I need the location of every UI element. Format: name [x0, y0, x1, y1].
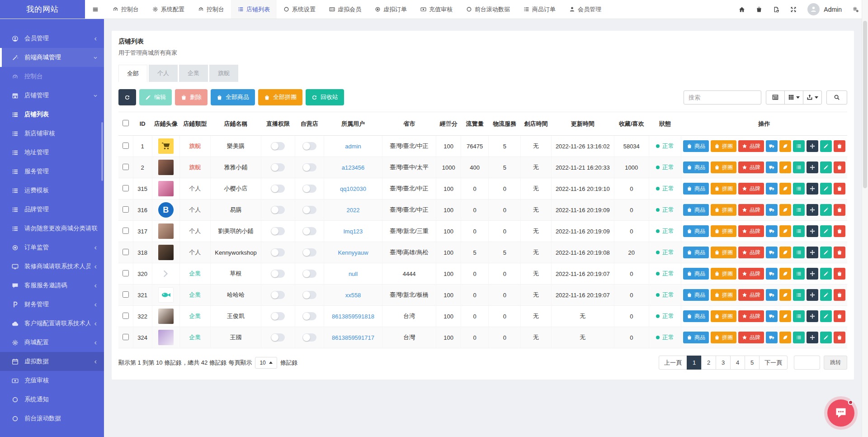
detail-list-action-button[interactable]	[793, 289, 805, 301]
groupbuy-action-button[interactable]: 拼團	[711, 183, 736, 195]
owner-link[interactable]: a123456	[342, 164, 365, 171]
nav-tab-7[interactable]: 虚拟订单	[368, 0, 414, 19]
row-checkbox[interactable]	[123, 249, 129, 255]
export-button[interactable]	[803, 90, 822, 104]
move-action-button[interactable]	[807, 225, 818, 237]
row-checkbox[interactable]	[123, 313, 129, 319]
owner-link[interactable]: qq102030	[340, 185, 366, 192]
live-permission-toggle[interactable]	[271, 270, 285, 278]
move-action-button[interactable]	[807, 140, 818, 152]
sidebar-item-14[interactable]: 客服服务邀請碼	[0, 276, 104, 295]
self-shop-toggle[interactable]	[302, 227, 316, 235]
select-all-checkbox[interactable]	[123, 120, 129, 126]
sidebar-item-8[interactable]: 服务管理	[0, 162, 104, 181]
edit-action-button[interactable]	[820, 332, 832, 343]
leaf-action-button[interactable]	[779, 140, 791, 152]
recycle-bin-button[interactable]: 回收站	[306, 89, 344, 105]
delete-action-button[interactable]	[834, 247, 845, 258]
row-checkbox[interactable]	[123, 142, 129, 149]
brand-action-button[interactable]: 品牌	[738, 225, 764, 237]
live-permission-toggle[interactable]	[271, 312, 285, 320]
brand-action-button[interactable]: 品牌	[738, 289, 764, 301]
filter-tab-个人[interactable]: 个人	[149, 65, 178, 82]
detail-view-button[interactable]	[766, 90, 785, 104]
shop-avatar[interactable]	[158, 223, 174, 239]
edit-action-button[interactable]	[820, 289, 832, 301]
edit-action-button[interactable]	[820, 268, 832, 280]
leaf-action-button[interactable]	[779, 310, 791, 322]
sidebar-item-15[interactable]: 财务管理	[0, 295, 104, 314]
shop-avatar[interactable]	[158, 309, 174, 324]
nav-tab-3[interactable]: 控制台	[191, 0, 231, 19]
goods-action-button[interactable]: 商品	[683, 310, 709, 322]
self-shop-toggle[interactable]	[302, 142, 316, 150]
live-permission-toggle[interactable]	[271, 248, 285, 256]
brand-logo[interactable]: 我的网站	[0, 0, 85, 19]
logistics-action-button[interactable]	[766, 225, 778, 237]
owner-link[interactable]: Kennyyauw	[338, 249, 368, 256]
delete-button[interactable]: 删除	[175, 89, 208, 105]
leaf-action-button[interactable]	[779, 183, 791, 195]
edit-button[interactable]: 编辑	[139, 89, 172, 105]
nav-tab-9[interactable]: 前台滚动数据	[459, 0, 517, 19]
goods-action-button[interactable]: 商品	[683, 289, 709, 301]
edit-action-button[interactable]	[820, 247, 832, 258]
sidebar-item-6[interactable]: 新店铺审核	[0, 124, 104, 143]
page-button-5[interactable]: 5	[745, 356, 760, 370]
logistics-action-button[interactable]	[766, 310, 778, 322]
owner-link[interactable]: xx558	[345, 292, 361, 299]
shop-avatar[interactable]	[158, 266, 174, 281]
brand-action-button[interactable]: 品牌	[738, 268, 764, 280]
scrollbar-thumb[interactable]	[863, 21, 867, 188]
page-button-3[interactable]: 3	[716, 356, 731, 370]
move-action-button[interactable]	[807, 247, 818, 258]
page-scrollbar[interactable]	[862, 0, 868, 437]
sidebar-toggle-button[interactable]	[85, 0, 106, 19]
self-shop-toggle[interactable]	[302, 333, 316, 342]
delete-action-button[interactable]	[834, 268, 845, 280]
groupbuy-action-button[interactable]: 拼團	[711, 310, 736, 322]
jump-page-input[interactable]	[794, 356, 820, 370]
all-goods-button[interactable]: 全部商品	[211, 89, 255, 105]
live-permission-toggle[interactable]	[271, 291, 285, 299]
owner-link[interactable]: null	[349, 271, 358, 277]
detail-list-action-button[interactable]	[793, 268, 805, 280]
sidebar-item-2[interactable]: 前端商城管理	[0, 48, 104, 67]
logistics-action-button[interactable]	[766, 268, 778, 280]
detail-list-action-button[interactable]	[793, 310, 805, 322]
goods-action-button[interactable]: 商品	[683, 332, 709, 343]
row-checkbox[interactable]	[123, 185, 129, 191]
page-button-4[interactable]: 4	[730, 356, 745, 370]
leaf-action-button[interactable]	[779, 225, 791, 237]
delete-action-button[interactable]	[834, 162, 845, 173]
logistics-action-button[interactable]	[766, 183, 778, 195]
detail-list-action-button[interactable]	[793, 162, 805, 173]
sidebar-scrollbar[interactable]	[101, 122, 103, 181]
groupbuy-action-button[interactable]: 拼團	[711, 140, 736, 152]
row-checkbox[interactable]	[123, 291, 129, 298]
groupbuy-action-button[interactable]: 拼團	[711, 225, 736, 237]
shop-avatar[interactable]	[158, 160, 174, 175]
move-action-button[interactable]	[807, 332, 818, 343]
move-action-button[interactable]	[807, 310, 818, 322]
nav-tab-6[interactable]: 虚拟会员	[322, 0, 368, 19]
owner-link[interactable]: lmq123	[344, 228, 363, 235]
groupbuy-action-button[interactable]: 拼團	[711, 268, 736, 280]
page-button-2[interactable]: 2	[701, 356, 716, 370]
delete-action-button[interactable]	[834, 225, 845, 237]
nav-tab-1[interactable]: 控制台	[106, 0, 146, 19]
logistics-action-button[interactable]	[766, 140, 778, 152]
groupbuy-action-button[interactable]: 拼團	[711, 289, 736, 301]
filter-tab-企業[interactable]: 企業	[179, 65, 208, 82]
sidebar-item-11[interactable]: 请勿随意更改商城分类请联系技术人员	[0, 219, 104, 238]
move-action-button[interactable]	[807, 289, 818, 301]
detail-list-action-button[interactable]	[793, 247, 805, 258]
delete-action-button[interactable]	[834, 204, 845, 216]
sidebar-item-4[interactable]: 店铺管理	[0, 86, 104, 105]
live-permission-toggle[interactable]	[271, 185, 285, 193]
row-checkbox[interactable]	[123, 334, 129, 340]
self-shop-toggle[interactable]	[302, 248, 316, 256]
brand-action-button[interactable]: 品牌	[738, 162, 764, 173]
sidebar-item-12[interactable]: 订单监管	[0, 238, 104, 257]
nav-tab-8[interactable]: 充值审核	[414, 0, 459, 19]
